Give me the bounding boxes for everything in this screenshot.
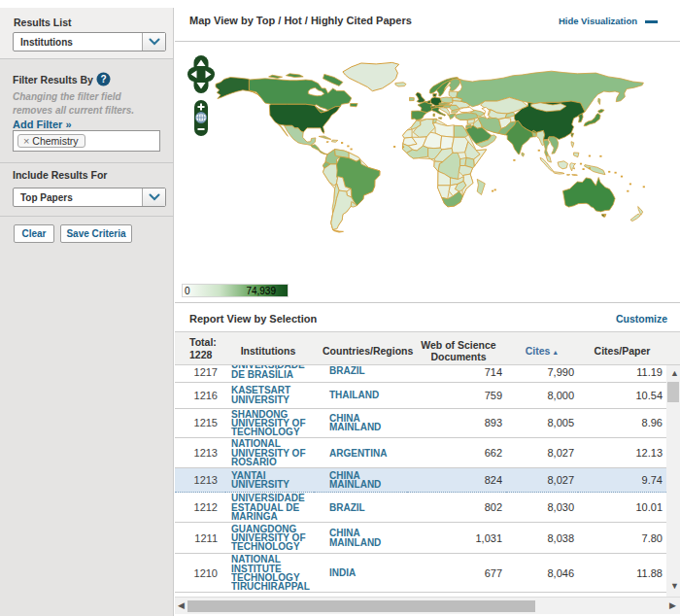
svg-text:?: ? [100, 74, 106, 85]
